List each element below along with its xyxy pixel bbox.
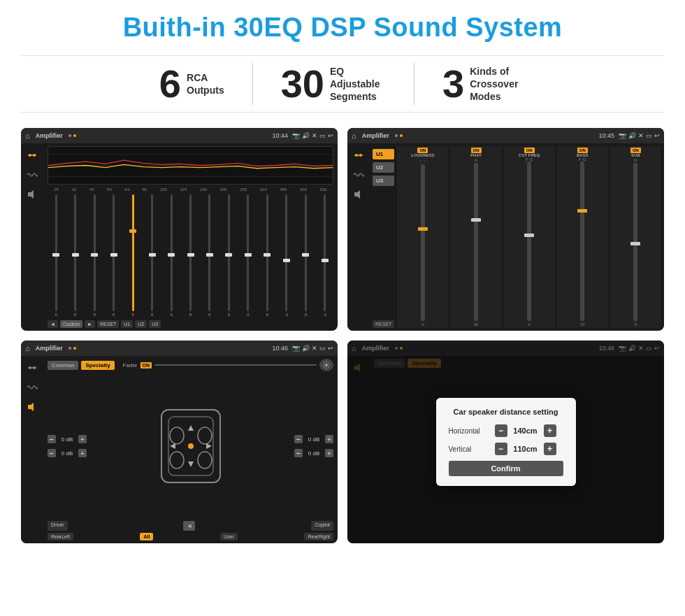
all-btn[interactable]: All xyxy=(140,533,153,540)
specialty-tab[interactable]: Specialty xyxy=(81,361,114,370)
car-top-view xyxy=(156,404,226,488)
topbar-2: ⌂ Amplifier 10:45 📷 🔊 ✕ ▭ ↩ xyxy=(347,128,664,143)
fader-on-badge[interactable]: ON xyxy=(140,362,152,368)
arrow-left-btn[interactable]: ◄ xyxy=(183,521,195,531)
icons-2: 📷 🔊 ✕ ▭ ↩ xyxy=(619,132,660,139)
phat-on[interactable]: ON xyxy=(471,148,482,153)
eq-custom-btn[interactable]: Custom xyxy=(60,320,82,328)
horizontal-value: 140cm xyxy=(512,427,540,435)
loudness-on[interactable]: ON xyxy=(417,148,428,153)
u3-btn[interactable]: U3 xyxy=(373,176,394,186)
confirm-button[interactable]: Confirm xyxy=(449,461,563,476)
wave-icon[interactable] xyxy=(24,169,40,181)
eq-u2-btn[interactable]: U2 xyxy=(135,320,147,328)
title-3: Amplifier xyxy=(36,345,63,352)
eq-prev-btn[interactable]: ◄ xyxy=(48,320,58,328)
common-tab[interactable]: Common xyxy=(48,361,78,370)
eq-slider-14[interactable]: -1 xyxy=(317,194,333,317)
speaker-icon[interactable] xyxy=(24,188,40,201)
bass-on[interactable]: ON xyxy=(577,148,588,153)
svg-point-16 xyxy=(198,427,212,444)
title-1: Amplifier xyxy=(36,132,63,139)
crossover-screen: ⌂ Amplifier 10:45 📷 🔊 ✕ ▭ ↩ xyxy=(347,128,664,331)
wave-icon-3[interactable] xyxy=(24,381,40,394)
icons-3: 📷 🔊 ✕ ▭ ↩ xyxy=(292,345,333,352)
plus-btn-r1[interactable]: + xyxy=(325,435,333,443)
vertical-value: 110cm xyxy=(512,445,540,453)
sub-col: ON SUB G 0 xyxy=(610,146,661,328)
eq-content: 253240506380100125160200250320400500630 … xyxy=(21,143,338,331)
eq-slider-13[interactable]: 0 xyxy=(297,194,314,317)
speaker-diagram-area: − 0 dB + − 0 dB + xyxy=(48,374,333,518)
back-icon-2: ↩ xyxy=(654,132,660,139)
stats-row: 6 RCAOutputs 30 EQ AdjustableSegments 3 … xyxy=(21,55,664,113)
distance-dialog: Car speaker distance setting Horizontal … xyxy=(436,398,576,486)
stat-crossover-number: 3 xyxy=(442,64,464,103)
eq-slider-2[interactable]: 0 xyxy=(86,194,103,317)
plus-btn-r2[interactable]: + xyxy=(325,449,333,457)
wave-icon-2[interactable] xyxy=(351,169,366,181)
fader-slider[interactable] xyxy=(154,364,317,366)
eq-u1-btn[interactable]: U1 xyxy=(121,320,133,328)
eq-slider-4[interactable]: 5 xyxy=(124,194,141,317)
crossover-sidebar xyxy=(347,143,370,331)
crossover-content: U1 U2 U3 RESET ON LOUDNESS ~ ~ xyxy=(347,143,664,331)
vertical-plus[interactable]: + xyxy=(544,443,556,455)
copilot-btn[interactable]: Copilot xyxy=(311,521,333,531)
vertical-minus[interactable]: − xyxy=(495,443,507,455)
eq-slider-3[interactable]: 0 xyxy=(105,194,122,317)
eq-sidebar xyxy=(21,143,43,331)
eq-u3-btn[interactable]: U3 xyxy=(149,320,161,328)
eq-reset-btn[interactable]: RESET xyxy=(97,320,119,328)
speaker-sidebar xyxy=(21,356,43,543)
minus-btn-l2[interactable]: − xyxy=(48,449,56,457)
eq-icon-2[interactable] xyxy=(351,149,366,162)
eq-slider-8[interactable]: 0 xyxy=(201,194,218,317)
eq-slider-7[interactable]: 0 xyxy=(182,194,199,317)
fader-label: Fader xyxy=(123,362,138,368)
eq-slider-9[interactable]: 0 xyxy=(220,194,237,317)
home-icon-3: ⌂ xyxy=(25,344,30,352)
eq-icon-3[interactable] xyxy=(24,361,40,374)
user-btn[interactable]: User xyxy=(220,533,238,540)
back-icon-3: ↩ xyxy=(328,345,333,352)
plus-btn-l1[interactable]: + xyxy=(78,435,87,443)
stat-rca: 6 RCAOutputs xyxy=(131,64,252,103)
cutfreq-on[interactable]: ON xyxy=(524,148,535,153)
u1-btn[interactable]: U1 xyxy=(373,149,394,159)
driver-btn[interactable]: Driver xyxy=(48,521,68,531)
left-db-controls: − 0 dB + − 0 dB + xyxy=(48,374,87,518)
eq-slider-6[interactable]: 0 xyxy=(163,194,180,317)
svg-marker-20 xyxy=(188,425,194,431)
speaker-icon-3[interactable] xyxy=(24,401,40,413)
eq-play-btn[interactable]: ► xyxy=(85,320,95,328)
back-icon-1: ↩ xyxy=(328,132,333,139)
minus-btn-l1[interactable]: − xyxy=(48,435,56,443)
plus-btn-l2[interactable]: + xyxy=(78,449,87,457)
settings-btn[interactable] xyxy=(319,359,333,371)
eq-freq-labels: 253240506380100125160200250320400500630 xyxy=(48,187,333,192)
eq-slider-5[interactable]: 0 xyxy=(143,194,160,317)
rearright-btn[interactable]: RearRight xyxy=(304,533,333,540)
db-val-r2: 0 dB xyxy=(304,450,324,457)
close-icon-3: ✕ xyxy=(312,345,317,352)
sub-on[interactable]: ON xyxy=(630,148,641,153)
page-title: Buith-in 30EQ DSP Sound System xyxy=(21,13,664,43)
reset-btn-2[interactable]: RESET xyxy=(373,320,394,328)
eq-slider-12[interactable]: -1 xyxy=(278,194,295,317)
speaker-icon-2[interactable] xyxy=(351,188,366,201)
horizontal-plus[interactable]: + xyxy=(544,424,556,437)
eq-main-area: 253240506380100125160200250320400500630 … xyxy=(43,143,338,331)
rearleft-btn[interactable]: RearLeft xyxy=(48,533,73,540)
horizontal-minus[interactable]: − xyxy=(495,424,507,437)
minus-btn-r1[interactable]: − xyxy=(294,435,303,443)
eq-slider-0[interactable]: 0 xyxy=(48,194,64,317)
eq-slider-11[interactable]: 0 xyxy=(259,194,275,317)
dot-4 xyxy=(400,134,403,137)
stat-eq-label: EQ AdjustableSegments xyxy=(330,65,386,103)
eq-slider-10[interactable]: 0 xyxy=(240,194,257,317)
eq-icon[interactable] xyxy=(24,149,40,162)
u2-btn[interactable]: U2 xyxy=(373,162,394,173)
eq-slider-1[interactable]: 0 xyxy=(66,194,83,317)
minus-btn-r2[interactable]: − xyxy=(294,449,303,457)
